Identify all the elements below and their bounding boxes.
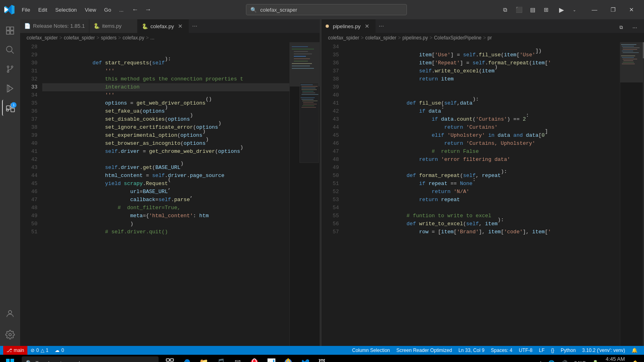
bc-item-3[interactable]: spiders bbox=[101, 35, 117, 41]
taskbar-start-button[interactable] bbox=[0, 355, 20, 362]
activity-search[interactable] bbox=[2, 42, 18, 58]
status-indent[interactable]: {} bbox=[548, 346, 557, 355]
bc-r-item-4[interactable]: ColefaxSpiderPipeline bbox=[434, 35, 481, 41]
bc-r-item-2[interactable]: colefax_spider bbox=[365, 35, 396, 41]
taskbar-office[interactable]: 📊 bbox=[263, 355, 279, 362]
warnings-icon: △ bbox=[41, 348, 44, 353]
systray-hidden-icons[interactable]: ^ bbox=[537, 355, 544, 362]
activity-run-debug[interactable] bbox=[2, 80, 18, 97]
taskbar-vscode[interactable] bbox=[297, 355, 313, 362]
tab-label: pipelines.py bbox=[333, 23, 361, 29]
activity-explorer[interactable] bbox=[2, 23, 18, 39]
customize-layout-btn[interactable]: ⊞ bbox=[540, 4, 552, 15]
svg-rect-34 bbox=[301, 94, 318, 95]
nav-back[interactable]: ← bbox=[129, 4, 141, 15]
taskbar-pinned-apps: 📁 🎵 ✉ 📊 🖼 bbox=[162, 355, 330, 362]
taskbar-opera[interactable] bbox=[246, 355, 262, 362]
menu-selection[interactable]: Selection bbox=[51, 4, 80, 15]
bc-r-item-5[interactable]: pr bbox=[487, 35, 492, 41]
taskbar-photos[interactable]: 🖼 bbox=[314, 355, 330, 362]
svg-rect-27 bbox=[292, 68, 314, 69]
menu-go[interactable]: Go bbox=[100, 4, 115, 15]
tab-pipelines-py[interactable]: pipelines.py ✕ bbox=[322, 19, 376, 33]
taskbar-mail[interactable]: ✉ bbox=[229, 355, 246, 362]
tab-items-py[interactable]: 🐍 items.py bbox=[89, 19, 138, 33]
svg-rect-30 bbox=[301, 88, 316, 88]
split-editor-btn[interactable]: ⧉ bbox=[499, 4, 511, 15]
taskbar-chrome[interactable] bbox=[280, 355, 296, 362]
activity-settings[interactable] bbox=[2, 327, 18, 343]
systray-clock[interactable]: 4:45 AM 12/26/23 bbox=[603, 355, 628, 362]
taskbar-audio[interactable]: 🎵 bbox=[213, 355, 229, 362]
status-python-version[interactable]: 3.10.2 ('venv': venv) bbox=[579, 346, 628, 355]
menu-file[interactable]: File bbox=[18, 4, 34, 15]
right-tab-overflow[interactable]: ··· bbox=[376, 19, 387, 33]
run-btn[interactable]: ▶ bbox=[555, 4, 568, 15]
split-right-btn[interactable]: ⧉ bbox=[615, 22, 627, 33]
taskbar-taskview[interactable] bbox=[162, 355, 178, 362]
tab-overflow-menu[interactable]: ··· bbox=[189, 19, 200, 33]
status-errors[interactable]: ⊘ 0 △ 1 bbox=[27, 346, 52, 355]
menu-more[interactable]: ... bbox=[115, 4, 128, 15]
activity-extensions[interactable]: 1 bbox=[2, 100, 18, 116]
tab-release-notes[interactable]: 📄 Release Notes: 1.85.1 bbox=[20, 19, 89, 33]
left-code-container: 28 29 30 31 32 33 34 35 36 37 38 39 40 4… bbox=[20, 42, 320, 346]
taskbar-search-placeholder: Type here to search bbox=[35, 360, 82, 362]
activity-account[interactable] bbox=[2, 306, 18, 322]
systray-notifications[interactable]: 🔔 bbox=[630, 355, 641, 362]
more-actions-btn[interactable]: ··· bbox=[629, 22, 641, 33]
minimize-btn[interactable]: — bbox=[585, 3, 604, 16]
bc-item-5[interactable]: ... bbox=[151, 35, 155, 41]
status-spaces[interactable]: Spaces: 4 bbox=[488, 346, 516, 355]
minimap-code-preview bbox=[300, 83, 319, 163]
tab-close-colefax[interactable]: ✕ bbox=[176, 22, 184, 30]
svg-rect-24 bbox=[294, 61, 308, 62]
restore-btn[interactable]: ❐ bbox=[604, 3, 622, 16]
status-branch[interactable]: ⎇ main bbox=[3, 346, 27, 355]
search-text: colefax_scraper bbox=[260, 7, 297, 13]
errors-count: 0 bbox=[36, 348, 39, 353]
clock-display: 4:45 AM 12/26/23 bbox=[605, 356, 625, 362]
status-encoding[interactable]: UTF-8 bbox=[516, 346, 536, 355]
status-line-col[interactable]: Ln 33, Col 9 bbox=[455, 346, 488, 355]
r-code-line-38: return item bbox=[344, 75, 620, 83]
taskbar-edge[interactable] bbox=[179, 355, 195, 362]
toggle-sidebar-btn[interactable]: ▤ bbox=[526, 4, 539, 15]
menu-view[interactable]: View bbox=[81, 4, 100, 15]
systray-speaker[interactable]: 🔊 bbox=[559, 355, 570, 362]
tab-icon: 📄 bbox=[24, 23, 31, 29]
nav-forward[interactable]: → bbox=[142, 4, 154, 15]
indent-icon: {} bbox=[551, 348, 554, 353]
status-notifications[interactable]: 🔔 bbox=[628, 346, 641, 355]
search-box[interactable]: 🔍 colefax_scraper bbox=[246, 4, 407, 15]
taskbar-search-box[interactable]: 🔍 Type here to search bbox=[22, 356, 159, 362]
taskbar-files[interactable]: 📁 bbox=[196, 355, 212, 362]
left-code-content[interactable]: def start_requests(self): ''' this metho… bbox=[42, 42, 289, 346]
python-version-text: 3.10.2 ('venv': venv) bbox=[582, 348, 625, 353]
status-screen-reader[interactable]: Screen Reader Optimized bbox=[393, 346, 455, 355]
bc-item-4[interactable]: colefax.py bbox=[123, 35, 144, 41]
status-line-ending[interactable]: LF bbox=[536, 346, 548, 355]
tab-icon: 🐍 bbox=[142, 23, 148, 29]
systray-network[interactable]: 🌐 bbox=[546, 355, 557, 362]
run-dropdown-btn[interactable]: ⌄ bbox=[568, 4, 580, 15]
close-btn[interactable]: ✕ bbox=[622, 3, 641, 16]
svg-point-6 bbox=[7, 71, 9, 72]
status-remote[interactable]: ☁ 0 bbox=[52, 346, 67, 355]
activity-source-control[interactable] bbox=[2, 61, 18, 77]
bc-item-1[interactable]: colefax_spider bbox=[27, 35, 58, 41]
systray-weather[interactable]: 24°C bbox=[572, 355, 588, 362]
status-language[interactable]: Python bbox=[557, 346, 579, 355]
menu-edit[interactable]: Edit bbox=[34, 4, 51, 15]
toggle-panel-btn[interactable]: ⬛ bbox=[513, 4, 525, 15]
right-code-container: 34 35 36 37 38 39 40 41 42 43 44 45 46 4… bbox=[322, 42, 644, 346]
tab-close-pipelines[interactable]: ✕ bbox=[363, 22, 371, 30]
systray-battery[interactable]: 🔋 bbox=[590, 355, 601, 362]
tab-colefax-py[interactable]: 🐍 colefax.py ✕ bbox=[138, 19, 189, 33]
bc-item-2[interactable]: colefax_spider bbox=[64, 35, 95, 41]
debug-buttons: ▶ ⌄ bbox=[555, 4, 580, 15]
bc-r-item-1[interactable]: colefax_spider bbox=[328, 35, 359, 41]
status-column-selection[interactable]: Column Selection bbox=[349, 346, 393, 355]
right-code-content[interactable]: item['Use'] = self.fil_use(item['Use']) … bbox=[344, 42, 620, 346]
bc-r-item-3[interactable]: pipelines.py bbox=[402, 35, 428, 41]
